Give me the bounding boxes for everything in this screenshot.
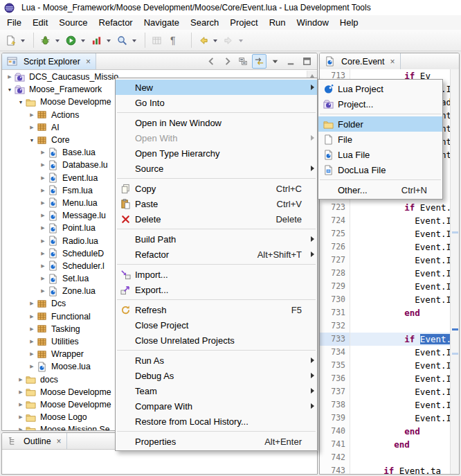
code-line[interactable]: 743 if Event.ta xyxy=(320,464,450,474)
close-icon[interactable]: × xyxy=(57,437,62,446)
twistie-icon[interactable]: ▶ xyxy=(27,364,37,369)
code-line[interactable]: 740 end xyxy=(320,425,450,438)
menu-item-new[interactable]: New xyxy=(116,80,317,95)
menubar-item-window[interactable]: Window xyxy=(291,15,334,30)
code-line[interactable]: 737 Event.I xyxy=(320,385,450,398)
twistie-icon[interactable]: ▶ xyxy=(16,427,26,430)
minimize-icon[interactable] xyxy=(284,54,298,69)
menu-item-folder[interactable]: Folder xyxy=(318,116,442,132)
menu-item-team[interactable]: Team xyxy=(116,383,317,398)
twistie-icon[interactable]: ▶ xyxy=(27,351,37,357)
maximize-icon[interactable] xyxy=(300,54,314,69)
twistie-icon[interactable]: ▶ xyxy=(27,301,37,306)
menu-item-lua-project[interactable]: Lua Project xyxy=(318,81,442,96)
view-menu-icon[interactable] xyxy=(268,54,282,69)
coverage-button[interactable] xyxy=(89,32,114,49)
menu-item-export[interactable]: Export... xyxy=(116,282,317,297)
nav-forward-icon[interactable] xyxy=(220,54,235,69)
menubar-item-navigate[interactable]: Navigate xyxy=(138,15,185,30)
menu-item-close-unrelated-projects[interactable]: Close Unrelated Projects xyxy=(116,333,317,348)
dropdown-arrow-icon[interactable] xyxy=(55,39,60,42)
twistie-icon[interactable]: ▶ xyxy=(38,263,48,269)
menu-item-lua-file[interactable]: Lua File xyxy=(318,147,442,162)
twistie-icon[interactable]: ▼ xyxy=(27,138,37,143)
twistie-icon[interactable]: ▶ xyxy=(38,150,48,155)
menu-item-copy[interactable]: CopyCtrl+C xyxy=(116,181,317,196)
menu-item-compare-with[interactable]: Compare With xyxy=(116,398,317,414)
menubar-item-edit[interactable]: Edit xyxy=(27,15,53,30)
code-line[interactable]: 735 Event.I xyxy=(320,359,450,372)
run-button[interactable] xyxy=(64,32,88,49)
code-line[interactable]: 742 xyxy=(320,451,450,464)
menu-item-debug-as[interactable]: Debug As xyxy=(116,368,317,383)
twistie-icon[interactable]: ▶ xyxy=(27,112,37,118)
twistie-icon[interactable]: ▶ xyxy=(27,326,37,332)
twistie-icon[interactable]: ▶ xyxy=(38,175,48,181)
overview-ruler[interactable] xyxy=(450,69,459,474)
code-line[interactable]: 725 Event.I xyxy=(320,227,450,240)
twistie-icon[interactable]: ▶ xyxy=(16,402,26,407)
dropdown-arrow-icon[interactable] xyxy=(132,39,136,42)
close-icon[interactable]: × xyxy=(390,57,395,67)
twistie-icon[interactable]: ▶ xyxy=(38,200,48,206)
tab-script-explorer[interactable]: Script Explorer × xyxy=(2,53,96,69)
menu-item-delete[interactable]: DeleteDelete xyxy=(116,211,317,227)
menubar-item-refactor[interactable]: Refactor xyxy=(93,15,138,30)
menubar-item-project[interactable]: Project xyxy=(224,15,263,30)
menu-item-refresh[interactable]: RefreshF5 xyxy=(116,302,317,317)
menu-item-run-as[interactable]: Run As xyxy=(116,353,317,368)
code-line[interactable]: 739 Event.I xyxy=(320,412,450,425)
menu-item-properties[interactable]: PropertiesAlt+Enter xyxy=(116,434,317,449)
tab-core-event[interactable]: Core.Event × xyxy=(320,53,401,69)
twistie-icon[interactable]: ▶ xyxy=(16,377,26,382)
tab-outline[interactable]: Outline × xyxy=(2,433,67,449)
twistie-icon[interactable]: ▶ xyxy=(27,339,37,344)
twistie-icon[interactable]: ▶ xyxy=(38,162,48,168)
dropdown-arrow-icon[interactable] xyxy=(107,39,111,42)
code-line[interactable]: 732 xyxy=(320,319,450,333)
twistie-icon[interactable]: ▶ xyxy=(27,125,37,130)
twistie-icon[interactable]: ▶ xyxy=(38,288,48,294)
menu-item-source[interactable]: Source xyxy=(116,161,317,176)
dropdown-arrow-icon[interactable] xyxy=(213,39,217,42)
menubar-item-help[interactable]: Help xyxy=(334,15,364,30)
new-wizard-button[interactable] xyxy=(3,32,28,49)
menu-item-build-path[interactable]: Build Path xyxy=(116,231,317,247)
menu-item-file[interactable]: File xyxy=(318,132,442,147)
menu-item-doclua-file[interactable]: DocLua File xyxy=(318,162,442,177)
twistie-icon[interactable]: ▶ xyxy=(38,276,48,281)
code-line[interactable]: 730 Event.I xyxy=(320,293,450,306)
code-line[interactable]: 729 Event.I xyxy=(320,280,450,293)
code-line[interactable]: 723 if Event. xyxy=(320,201,450,214)
selection-marker[interactable] xyxy=(452,328,458,330)
code-line[interactable]: 733 if Event. xyxy=(320,333,450,346)
code-line[interactable]: 731 end xyxy=(320,306,450,319)
code-line[interactable]: 726 Event.I xyxy=(320,240,450,254)
twistie-icon[interactable]: ▶ xyxy=(16,414,26,420)
twistie-icon[interactable]: ▶ xyxy=(27,314,37,319)
menu-item-import[interactable]: Import... xyxy=(116,267,317,282)
menubar-item-file[interactable]: File xyxy=(1,15,27,30)
debug-button[interactable] xyxy=(38,32,62,49)
link-with-editor-icon[interactable] xyxy=(252,54,266,69)
nav-back-icon[interactable] xyxy=(204,54,219,69)
twistie-icon[interactable]: ▶ xyxy=(38,251,48,256)
menu-item-open-type-hierarchy[interactable]: Open Type Hierarchy xyxy=(116,146,317,161)
code-line[interactable]: 734 Event.I xyxy=(320,346,450,359)
menu-item-refactor[interactable]: RefactorAlt+Shift+T xyxy=(116,247,317,262)
back-button[interactable] xyxy=(196,32,220,49)
dropdown-arrow-icon[interactable] xyxy=(81,39,85,42)
menu-item-open-in-new-window[interactable]: Open in New Window xyxy=(116,115,317,130)
occurrence-marker[interactable] xyxy=(452,231,458,233)
code-line[interactable]: 728 Event.I xyxy=(320,267,450,280)
menu-item-restore-from-local-history[interactable]: Restore from Local History... xyxy=(116,414,317,429)
menu-item-go-into[interactable]: Go Into xyxy=(116,95,317,110)
menubar-item-run[interactable]: Run xyxy=(264,15,291,30)
twistie-icon[interactable]: ▶ xyxy=(38,188,48,193)
occurrence-marker[interactable] xyxy=(452,353,458,355)
collapse-all-icon[interactable] xyxy=(236,54,251,69)
menu-item-close-project[interactable]: Close Project xyxy=(116,317,317,333)
menu-item-project[interactable]: Project... xyxy=(318,96,442,112)
twistie-icon[interactable]: ▼ xyxy=(16,100,26,105)
menu-item-other[interactable]: Other...Ctrl+N xyxy=(318,182,442,197)
